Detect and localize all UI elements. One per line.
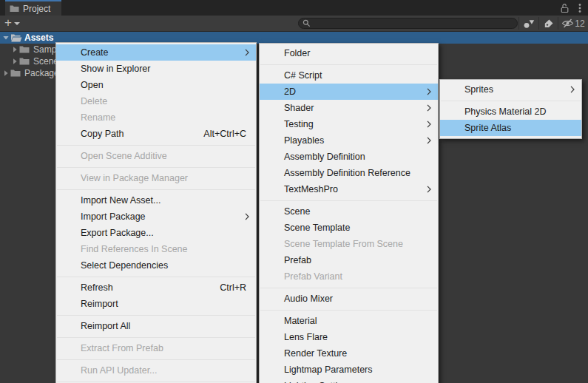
toolbar-divider: [558, 17, 558, 30]
menu-item-label: Import New Asset...: [81, 195, 160, 206]
menu-item-label: Delete: [81, 96, 107, 106]
menu-item-label: Find References In Scene: [81, 244, 188, 254]
menu-item-import-new-asset[interactable]: Import New Asset...: [56, 192, 256, 209]
menu-item-shortcut: Alt+Ctrl+C: [203, 126, 246, 142]
menu-item-sprites[interactable]: Sprites: [440, 81, 581, 98]
menu-item-export-package[interactable]: Export Package...: [56, 225, 256, 241]
menu-separator: [57, 382, 255, 382]
eye-slash-icon: [561, 18, 574, 28]
2d-submenu: SpritesPhysics Material 2DSprite Atlas: [439, 79, 582, 139]
menu-item-label: Show in Explorer: [81, 64, 151, 74]
menu-item-label: Sprite Atlas: [464, 123, 511, 133]
menu-item-prefab[interactable]: Prefab: [260, 252, 438, 268]
open-folder-icon: [10, 33, 23, 42]
menu-item-label: Physics Material 2D: [464, 106, 546, 117]
menu-item-copy-path[interactable]: Copy PathAlt+Ctrl+C: [56, 126, 256, 142]
menu-item-assembly-definition-reference[interactable]: Assembly Definition Reference: [260, 165, 438, 181]
menu-item-label: Folder: [284, 48, 310, 58]
menu-item-lens-flare[interactable]: Lens Flare: [260, 329, 438, 345]
menu-item-delete: Delete: [56, 93, 256, 109]
menu-item-material[interactable]: Material: [260, 313, 438, 329]
menu-separator: [57, 189, 255, 190]
menu-item-shortcut: Ctrl+R: [220, 279, 246, 296]
menu-item-testing[interactable]: Testing: [260, 116, 438, 132]
menu-item-label: Testing: [284, 119, 314, 129]
menu-item-label: Copy Path: [81, 129, 124, 139]
menu-item-show-in-explorer[interactable]: Show in Explorer: [56, 61, 256, 77]
menu-item-folder[interactable]: Folder: [260, 45, 438, 61]
menu-item-label: Extract From Prefab: [81, 343, 163, 353]
menu-item-scene[interactable]: Scene: [260, 203, 438, 220]
tab-label: Project: [23, 4, 50, 14]
menu-item-label: Open: [81, 80, 104, 90]
menu-item-open-scene-additive: Open Scene Additive: [56, 148, 256, 164]
menu-item-sprite-atlas[interactable]: Sprite Atlas: [440, 120, 581, 136]
menu-item-label: Create: [81, 47, 109, 58]
menu-item-create[interactable]: Create: [56, 44, 256, 61]
foldout-triangle-icon[interactable]: [10, 58, 19, 65]
menu-item-render-texture[interactable]: Render Texture: [260, 345, 438, 362]
search-by-label-button[interactable]: [541, 16, 557, 31]
search-icon: [303, 19, 311, 27]
menu-item-refresh[interactable]: RefreshCtrl+R: [56, 279, 256, 296]
foldout-triangle-icon[interactable]: [1, 70, 10, 77]
menu-item-label: Run API Updater...: [81, 365, 158, 376]
submenu-arrow-icon: [427, 186, 431, 193]
menu-item-label: Prefab Variant: [284, 271, 342, 282]
menu-item-assembly-definition[interactable]: Assembly Definition: [260, 149, 438, 165]
submenu-arrow-icon: [427, 121, 431, 128]
foldout-triangle-icon[interactable]: [10, 46, 19, 53]
unlock-icon[interactable]: [560, 3, 570, 13]
foldout-triangle-icon[interactable]: [1, 34, 10, 41]
menu-item-shader[interactable]: Shader: [260, 100, 438, 116]
search-by-type-button[interactable]: [521, 16, 537, 31]
menu-item-audio-mixer[interactable]: Audio Mixer: [260, 291, 438, 307]
menu-item-scene-template[interactable]: Scene Template: [260, 220, 438, 236]
menu-item-label: Scene Template: [284, 223, 350, 233]
toolbar-divider: [518, 17, 519, 30]
menu-item-label: Scene Template From Scene: [284, 239, 403, 249]
menu-item-prefab-variant: Prefab Variant: [260, 268, 438, 285]
submenu-arrow-icon: [427, 88, 431, 95]
submenu-arrow-icon: [245, 213, 249, 220]
submenu-arrow-icon: [427, 104, 431, 112]
menu-item-label: 2D: [284, 87, 296, 97]
menu-item-c-script[interactable]: C# Script: [260, 67, 438, 84]
search-input[interactable]: [314, 19, 513, 28]
menu-item-label: Assembly Definition: [284, 152, 365, 162]
menu-item-label: Rename: [81, 112, 115, 123]
hidden-packages-toggle[interactable]: 12: [560, 16, 587, 31]
tab-project[interactable]: Project: [5, 0, 61, 16]
search-field[interactable]: [298, 18, 518, 29]
create-submenu: FolderC# Script2DShaderTestingPlayablesA…: [259, 43, 439, 383]
menu-item-physics-material-2d[interactable]: Physics Material 2D: [440, 104, 581, 120]
menu-item-label: Refresh: [81, 282, 113, 293]
menu-item-label: Import Package: [81, 211, 146, 222]
kebab-menu-icon[interactable]: [578, 3, 581, 13]
menu-item-label: Material: [284, 316, 317, 326]
menu-separator: [260, 64, 437, 65]
menu-item-lightmap-parameters[interactable]: Lightmap Parameters: [260, 362, 438, 378]
menu-separator: [57, 145, 255, 146]
menu-item-label: Select Dependencies: [81, 260, 168, 271]
menu-item-lighting-settings[interactable]: Lighting Settings: [260, 378, 438, 383]
menu-item-label: Export Package...: [81, 228, 154, 238]
tab-strip: Project: [0, 0, 588, 16]
create-asset-button[interactable]: +: [4, 16, 20, 31]
menu-item-scene-template-from-scene: Scene Template From Scene: [260, 236, 438, 252]
folder-icon: [10, 69, 23, 78]
menu-item-import-package[interactable]: Import Package: [56, 209, 256, 225]
menu-separator: [57, 167, 255, 168]
menu-item-find-references-in-scene: Find References In Scene: [56, 241, 256, 257]
menu-item-reimport-all[interactable]: Reimport All: [56, 318, 256, 334]
menu-item-rename: Rename: [56, 109, 256, 126]
folder-icon: [19, 57, 32, 66]
menu-item-label: Scene: [284, 206, 310, 217]
menu-item-textmeshpro[interactable]: TextMeshPro: [260, 181, 438, 197]
menu-item-2d[interactable]: 2D: [260, 84, 438, 100]
menu-item-playables[interactable]: Playables: [260, 132, 438, 149]
menu-item-open[interactable]: Open: [56, 77, 256, 93]
menu-item-label: Assembly Definition Reference: [284, 168, 410, 178]
menu-item-reimport[interactable]: Reimport: [56, 296, 256, 312]
menu-item-select-dependencies[interactable]: Select Dependencies: [56, 257, 256, 274]
